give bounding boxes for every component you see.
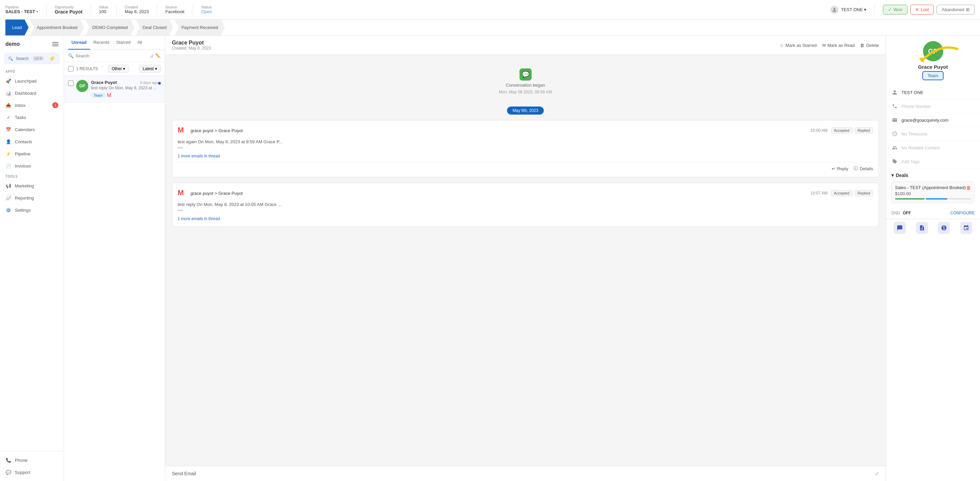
phone-placeholder: Phone Number <box>902 104 931 109</box>
details-button-1[interactable]: ⓘ Details <box>854 165 873 171</box>
email-value: grace@goacquirely.com <box>902 117 948 123</box>
expand-icon[interactable]: ⤢ <box>875 471 879 476</box>
sidebar-item-phone[interactable]: 📞 Phone <box>0 454 64 466</box>
email-more-2[interactable]: 1 more emails in thread <box>178 216 873 221</box>
email-message-2: M grace puyot > Grace Puyot 10:07 AM Acc… <box>172 183 879 227</box>
header-divider-3 <box>116 5 117 15</box>
bottom-tab-3[interactable] <box>938 222 950 234</box>
tab-recents[interactable]: Recents <box>90 36 113 49</box>
email-more-1[interactable]: 1 more emails in thread <box>178 154 873 159</box>
tab-starred[interactable]: Starred <box>113 36 134 49</box>
sidebar-item-invoices[interactable]: 📄 Invoices <box>0 160 64 172</box>
filter-icon[interactable]: ⊿ <box>150 53 153 58</box>
sidebar-item-settings[interactable]: ⚙️ Settings <box>0 204 64 216</box>
reply-button-1[interactable]: ↩ Reply <box>832 165 848 171</box>
phone-field-icon <box>891 103 898 110</box>
deal-delete-icon[interactable]: 🗑 <box>966 185 971 190</box>
sidebar-item-launchpad[interactable]: 🚀 Launchpad <box>0 75 64 87</box>
pipeline-icon: ⚡ <box>5 151 11 157</box>
sidebar-search[interactable]: 🔍 Search ctrl K ⚡ <box>4 52 60 64</box>
sidebar-item-inbox[interactable]: 📥 Inbox 1 <box>0 99 64 111</box>
header-divider-1 <box>46 5 46 15</box>
deals-title: ▾ Deals <box>891 173 975 178</box>
status-section: Status Open <box>201 5 212 14</box>
stage-lead[interactable]: Lead <box>5 19 29 35</box>
top-header: Pipeline SALES - TEST ▾ Opportunity Grac… <box>0 0 980 19</box>
stage-bar: Lead Appointment Booked DEMO Completed D… <box>0 19 980 36</box>
pipeline-chevron-icon: ▾ <box>37 10 38 13</box>
tab-all[interactable]: All <box>134 36 145 49</box>
related-contact-icon <box>891 144 898 151</box>
sidebar-item-pipeline[interactable]: ⚡ Pipeline <box>0 148 64 160</box>
sidebar-item-calendars[interactable]: 📅 Calendars <box>0 123 64 135</box>
assigned-user-section[interactable]: TEST ONE ▾ <box>830 6 867 14</box>
filter-other-button[interactable]: Other ▾ <box>108 65 129 73</box>
dashboard-icon: 📊 <box>5 90 11 96</box>
configure-button[interactable]: CONFIGURE <box>950 211 975 215</box>
bottom-tab-1[interactable] <box>894 222 906 234</box>
sidebar-label-launchpad: Launchpad <box>15 79 37 84</box>
reporting-icon: 📈 <box>5 195 11 201</box>
select-all-checkbox[interactable] <box>68 66 73 71</box>
bottom-tab-4[interactable] <box>960 222 972 234</box>
stage-demo-completed[interactable]: DEMO Completed <box>86 19 135 35</box>
sidebar-item-support[interactable]: 💬 Support <box>0 466 64 478</box>
tags-field[interactable]: Add Tags <box>886 155 980 168</box>
conv-time: 9 days ago <box>140 81 158 85</box>
abandoned-button[interactable]: Abandoned ⊞ <box>937 5 975 14</box>
mark-read-button[interactable]: ✉ Mark as Read <box>822 43 855 48</box>
sidebar-label-tasks: Tasks <box>15 115 26 120</box>
email-from-1: grace puyot > Grace Puyot <box>191 128 807 133</box>
progress-bar-green <box>895 198 925 200</box>
conv-contact-date: Created: May 8, 2023 <box>172 46 211 51</box>
status-value: Open <box>201 9 212 14</box>
logo-text: demo <box>5 41 20 47</box>
mark-starred-button[interactable]: ☆ Mark as Starred <box>780 43 816 48</box>
deal-amount: $100.00 <box>895 191 971 196</box>
inbox-icon: 📥 <box>5 102 11 108</box>
sidebar-item-reporting[interactable]: 📈 Reporting <box>0 192 64 204</box>
email-body-2: test reply On Mon, May 8, 2023 at 10:05 … <box>178 201 873 214</box>
edit-icon[interactable]: ✏️ <box>156 53 161 58</box>
email-badges-1: Accepted Replied <box>831 127 873 133</box>
assigned-user-field: TEST ONE <box>886 86 980 100</box>
conversation-panel: Unread Recents Starred All 🔍 ⊿ ✏️ 1 RESU… <box>64 36 165 481</box>
send-area[interactable]: Send Email ⤢ <box>165 466 886 481</box>
sidebar: demo 🔍 Search ctrl K ⚡ Apps 🚀 Launchpad … <box>0 36 64 481</box>
sidebar-item-contacts[interactable]: 👤 Contacts <box>0 135 64 148</box>
pipeline-value[interactable]: SALES - TEST ▾ <box>5 9 38 14</box>
conversation-item-grace[interactable]: GP Grace Puyot 9 days ago test reply On … <box>64 76 165 103</box>
stage-payment-received[interactable]: Payment Received <box>175 19 225 35</box>
bottom-tab-2[interactable] <box>916 222 928 234</box>
stage-appointment-booked[interactable]: Appointment Booked <box>30 19 84 35</box>
contacts-icon: 👤 <box>5 138 11 144</box>
conv-start-subtext: Mon, May 08 2023, 09:59 AM <box>499 90 552 94</box>
date-badge: May 8th, 2023 <box>507 106 543 114</box>
progress-bar-gray <box>949 198 971 200</box>
stage-deal-closed[interactable]: Deal Closed <box>136 19 173 35</box>
right-panel: GP Grace Puyot Team TEST ONE Phone Numbe… <box>886 36 980 481</box>
lost-button[interactable]: ✕ Lost <box>910 5 934 14</box>
replied-badge-1: Replied <box>854 127 873 133</box>
assigned-user-name[interactable]: TEST ONE ▾ <box>841 7 867 12</box>
conv-search-input[interactable] <box>75 53 148 58</box>
sidebar-item-marketing[interactable]: 📢 Marketing <box>0 179 64 192</box>
replied-badge-2: Replied <box>854 190 873 196</box>
filter-latest-button[interactable]: Latest ▾ <box>139 65 161 73</box>
sidebar-item-tasks[interactable]: ✓ Tasks <box>0 111 64 123</box>
sidebar-item-dashboard[interactable]: 📊 Dashboard <box>0 87 64 99</box>
won-button[interactable]: ✓ Won <box>883 5 907 14</box>
conversation-checkbox[interactable] <box>68 81 73 86</box>
phone-field: Phone Number <box>886 100 980 113</box>
conv-tags: Team M <box>91 92 158 98</box>
email-badges-2: Accepted Replied <box>831 190 873 196</box>
dnd-label: DND <box>891 211 900 215</box>
settings-icon: ⚙️ <box>5 207 11 213</box>
user-icon <box>830 6 838 14</box>
email-field-icon <box>891 117 898 123</box>
sidebar-logo: demo <box>0 36 64 52</box>
delete-button[interactable]: 🗑 Delete <box>860 43 879 48</box>
conv-search[interactable]: 🔍 ⊿ ✏️ <box>64 50 165 62</box>
tab-unread[interactable]: Unread <box>68 36 90 49</box>
hamburger-menu[interactable] <box>52 42 58 46</box>
